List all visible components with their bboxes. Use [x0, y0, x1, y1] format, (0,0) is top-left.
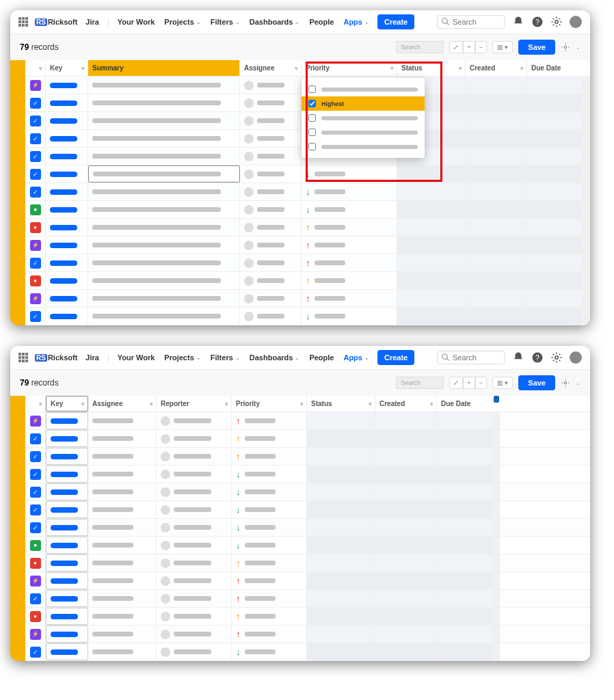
- assignee-cell[interactable]: [88, 554, 157, 571]
- created-cell[interactable]: [375, 537, 437, 554]
- reporter-cell[interactable]: [157, 572, 232, 589]
- issue-key[interactable]: [51, 525, 78, 530]
- assignee-cell[interactable]: [88, 466, 157, 483]
- priority-cell[interactable]: ↓: [232, 501, 307, 518]
- created-cell[interactable]: [466, 77, 527, 94]
- notification-icon[interactable]: [512, 16, 524, 28]
- assignee-cell[interactable]: [240, 272, 302, 289]
- summary-cell[interactable]: [88, 148, 240, 165]
- status-cell[interactable]: [307, 519, 375, 536]
- table-row[interactable]: ↓: [25, 643, 590, 661]
- due-cell[interactable]: [437, 572, 492, 589]
- status-cell[interactable]: [397, 254, 466, 271]
- nav-dashboards[interactable]: Dashboards⌄: [248, 351, 302, 364]
- summary-cell[interactable]: [88, 130, 240, 147]
- header-due[interactable]: Due Date: [527, 60, 582, 76]
- layout-toggle[interactable]: ▥ ▾: [492, 377, 513, 389]
- issue-key[interactable]: [50, 172, 77, 177]
- due-cell[interactable]: [527, 254, 582, 271]
- due-cell[interactable]: [437, 501, 492, 518]
- created-cell[interactable]: [466, 148, 527, 165]
- issue-key[interactable]: [50, 207, 77, 213]
- summary-cell[interactable]: [88, 272, 240, 289]
- nav-projects[interactable]: Projects⌄: [163, 15, 202, 29]
- assignee-cell[interactable]: [240, 148, 302, 165]
- assignee-cell[interactable]: [240, 254, 302, 271]
- issue-key[interactable]: [51, 418, 78, 424]
- summary-cell[interactable]: [88, 219, 240, 236]
- table-row[interactable]: ↓: [25, 183, 590, 201]
- issue-key[interactable]: [50, 154, 77, 159]
- priority-cell[interactable]: ↑: [232, 554, 307, 571]
- header-key[interactable]: Key▾: [46, 396, 88, 412]
- issue-key[interactable]: [51, 489, 78, 495]
- assignee-cell[interactable]: [240, 219, 302, 236]
- created-cell[interactable]: [375, 519, 437, 536]
- assignee-cell[interactable]: [240, 290, 302, 307]
- nav-people[interactable]: People: [308, 351, 335, 364]
- due-cell[interactable]: [527, 183, 582, 200]
- status-cell[interactable]: [307, 430, 375, 447]
- due-cell[interactable]: [437, 430, 492, 447]
- created-cell[interactable]: [466, 237, 527, 254]
- due-cell[interactable]: [527, 308, 582, 325]
- due-cell[interactable]: [437, 643, 492, 660]
- status-cell[interactable]: [307, 483, 375, 500]
- reporter-cell[interactable]: [157, 519, 232, 536]
- priority-cell[interactable]: ↑: [302, 237, 397, 254]
- issue-key[interactable]: [50, 225, 77, 230]
- status-cell[interactable]: [307, 501, 375, 518]
- summary-cell[interactable]: [88, 183, 240, 200]
- assignee-cell[interactable]: [88, 643, 157, 660]
- created-cell[interactable]: [375, 430, 437, 447]
- global-search-input[interactable]: [453, 353, 500, 362]
- assignee-cell[interactable]: [240, 201, 302, 218]
- status-cell[interactable]: [307, 608, 375, 625]
- created-cell[interactable]: [375, 412, 437, 429]
- created-cell[interactable]: [375, 501, 437, 518]
- priority-option-2[interactable]: [302, 111, 425, 125]
- priority-cell[interactable]: ↑: [302, 254, 397, 271]
- table-row[interactable]: ↑: [25, 572, 590, 590]
- header-created[interactable]: Created▾: [375, 396, 437, 412]
- table-search[interactable]: Search: [396, 377, 444, 389]
- assignee-cell[interactable]: [240, 94, 302, 111]
- profile-avatar[interactable]: [570, 16, 582, 28]
- issue-key[interactable]: [51, 543, 78, 548]
- created-cell[interactable]: [375, 590, 437, 607]
- table-row[interactable]: ↑: [25, 590, 590, 608]
- header-due[interactable]: Due Date: [437, 396, 492, 412]
- priority-cell[interactable]: ↓: [302, 201, 397, 218]
- nav-apps[interactable]: Apps⌄: [342, 15, 371, 29]
- status-cell[interactable]: [397, 272, 466, 289]
- assignee-cell[interactable]: [240, 130, 302, 147]
- table-row[interactable]: ↓: [25, 501, 590, 519]
- table-row[interactable]: ↑: [25, 219, 590, 237]
- status-cell[interactable]: [307, 537, 375, 554]
- status-cell[interactable]: [307, 572, 375, 589]
- priority-option-3[interactable]: [302, 125, 425, 139]
- summary-cell[interactable]: [88, 77, 240, 94]
- summary-cell[interactable]: [88, 112, 240, 129]
- due-cell[interactable]: [527, 201, 582, 218]
- priority-option-0[interactable]: [302, 82, 425, 96]
- table-search[interactable]: Search: [396, 41, 444, 53]
- reporter-cell[interactable]: [157, 643, 232, 660]
- app-switcher-icon[interactable]: [18, 17, 28, 27]
- help-icon[interactable]: ?: [531, 351, 544, 364]
- created-cell[interactable]: [466, 219, 527, 236]
- issue-key[interactable]: [50, 314, 77, 319]
- due-cell[interactable]: [437, 483, 492, 500]
- table-row[interactable]: ↓: [25, 201, 590, 219]
- priority-cell[interactable]: ↓: [232, 519, 307, 536]
- zoom-out-button[interactable]: −: [475, 377, 487, 389]
- issue-key[interactable]: [51, 561, 78, 566]
- assignee-cell[interactable]: [240, 77, 302, 94]
- created-cell[interactable]: [375, 554, 437, 571]
- priority-cell[interactable]: ↓: [302, 183, 397, 200]
- zoom-out-button[interactable]: −: [475, 41, 487, 53]
- nav-filters[interactable]: Filters⌄: [209, 351, 241, 364]
- issue-key[interactable]: [51, 507, 78, 513]
- due-cell[interactable]: [437, 625, 492, 643]
- header-key[interactable]: Key▾: [46, 60, 88, 76]
